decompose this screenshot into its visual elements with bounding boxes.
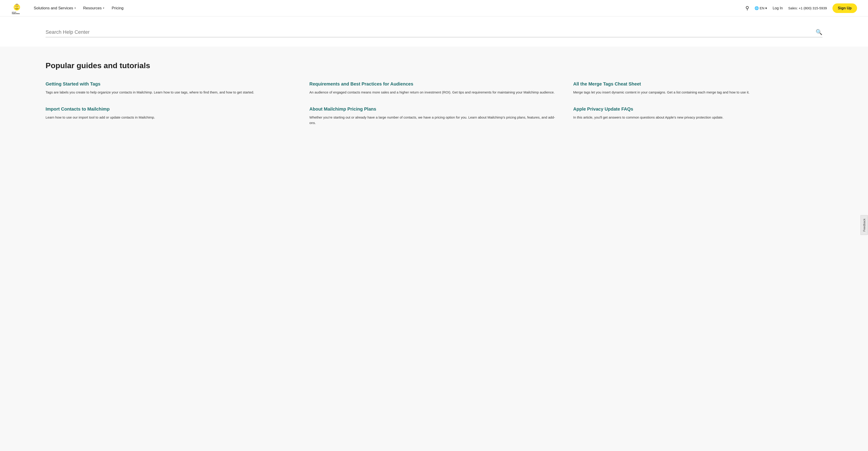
- resources-chevron-icon: ▾: [103, 7, 104, 9]
- sales-number: Sales: +1 (800) 315-5939: [788, 6, 827, 10]
- language-selector[interactable]: 🌐 EN ▾: [754, 6, 767, 10]
- guide-desc-0: Tags are labels you create to help organ…: [45, 90, 295, 95]
- guide-item: Apple Privacy Update FAQsIn this article…: [573, 106, 823, 125]
- solutions-nav-item[interactable]: Solutions and Services ▾: [34, 6, 76, 10]
- guide-desc-1: An audience of engaged contacts means mo…: [309, 90, 559, 95]
- pricing-label: Pricing: [112, 6, 123, 10]
- search-container: 🔍: [45, 27, 823, 37]
- resources-nav-item[interactable]: Resources ▾: [83, 6, 104, 10]
- guide-desc-4: Whether you're starting out or already h…: [309, 115, 559, 125]
- pricing-nav-item[interactable]: Pricing: [112, 6, 123, 10]
- guide-desc-2: Merge tags let you insert dynamic conten…: [573, 90, 823, 95]
- resources-label: Resources: [83, 6, 102, 10]
- navbar: INTUIT mailchimp Solutions and Services …: [0, 0, 868, 17]
- feedback-wrapper: Feedback: [861, 215, 868, 236]
- guide-item: Getting Started with TagsTags are labels…: [45, 81, 295, 95]
- guide-title-3[interactable]: Import Contacts to Mailchimp: [45, 106, 295, 112]
- svg-point-4: [16, 4, 18, 5]
- main-content: Popular guides and tutorials Getting Sta…: [0, 47, 868, 144]
- section-title: Popular guides and tutorials: [45, 61, 823, 70]
- search-icon[interactable]: ⚲: [745, 5, 749, 11]
- guide-title-0[interactable]: Getting Started with Tags: [45, 81, 295, 87]
- guide-desc-5: In this article, you'll get answers to c…: [573, 115, 823, 120]
- guide-title-1[interactable]: Requirements and Best Practices for Audi…: [309, 81, 559, 87]
- search-section: 🔍: [0, 17, 868, 47]
- lang-chevron-icon: ▾: [765, 6, 767, 10]
- guide-title-2[interactable]: All the Merge Tags Cheat Sheet: [573, 81, 823, 87]
- guide-desc-3: Learn how to use our import tool to add …: [45, 115, 295, 120]
- search-input[interactable]: [45, 27, 815, 37]
- nav-right: ⚲ 🌐 EN ▾ Log In Sales: +1 (800) 315-5939…: [745, 3, 857, 13]
- signup-button[interactable]: Sign Up: [833, 3, 857, 13]
- svg-point-5: [14, 6, 16, 8]
- feedback-button[interactable]: Feedback: [861, 215, 868, 235]
- guide-title-5[interactable]: Apple Privacy Update FAQs: [573, 106, 823, 112]
- search-submit-icon[interactable]: 🔍: [815, 29, 823, 35]
- solutions-label: Solutions and Services: [34, 6, 73, 10]
- nav-links: Solutions and Services ▾ Resources ▾ Pri…: [34, 6, 745, 10]
- guide-item: All the Merge Tags Cheat SheetMerge tags…: [573, 81, 823, 95]
- guide-item: About Mailchimp Pricing PlansWhether you…: [309, 106, 559, 125]
- guides-grid: Getting Started with TagsTags are labels…: [45, 81, 823, 125]
- solutions-chevron-icon: ▾: [74, 7, 76, 9]
- svg-point-6: [18, 6, 19, 8]
- guide-item: Import Contacts to MailchimpLearn how to…: [45, 106, 295, 125]
- logo-link[interactable]: INTUIT mailchimp: [11, 2, 23, 14]
- lang-label: EN: [760, 6, 765, 10]
- mailchimp-logo: INTUIT mailchimp: [11, 2, 23, 14]
- login-link[interactable]: Log In: [773, 6, 782, 10]
- guide-title-4[interactable]: About Mailchimp Pricing Plans: [309, 106, 559, 112]
- globe-icon: 🌐: [754, 6, 759, 10]
- guide-item: Requirements and Best Practices for Audi…: [309, 81, 559, 95]
- svg-text:mailchimp: mailchimp: [12, 13, 20, 14]
